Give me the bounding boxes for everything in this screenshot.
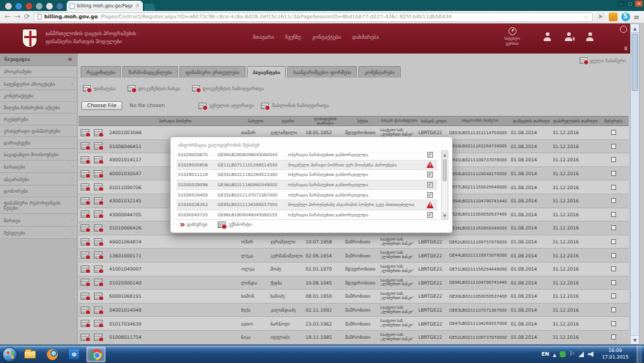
sidebar-item[interactable]: პროგრამები	[0, 66, 77, 78]
suspend-checkbox[interactable]	[611, 266, 616, 271]
extension-skype-icon[interactable]: S	[621, 12, 630, 21]
excel-upload-button[interactable]: ექსელის ატვირთვა	[199, 103, 253, 109]
edit-record-icon[interactable]	[94, 129, 103, 136]
dialog-scroll-thumb[interactable]	[443, 159, 447, 181]
delete-record-icon[interactable]	[81, 156, 89, 164]
delete-record-icon[interactable]	[81, 142, 89, 150]
browser-tab[interactable]: billing.moh.gov.ge/Pages… ×	[67, 1, 143, 11]
session-globe-icon[interactable]	[620, 26, 627, 33]
edit-record-icon[interactable]	[94, 252, 103, 259]
download-document-button[interactable]: დოკუმენტის ჩამოტვირთვა	[192, 85, 264, 92]
view-document-button[interactable]: დოკუმენტის ნახვა	[127, 85, 180, 92]
taskbar-outlook-button[interactable]: o	[64, 347, 84, 362]
edit-record-icon[interactable]	[94, 210, 103, 218]
window-close-button[interactable]: ×	[635, 1, 643, 7]
favicon-4-icon[interactable]	[35, 2, 43, 10]
choose-file-button[interactable]: Choose File	[81, 101, 122, 110]
delete-record-icon[interactable]	[81, 170, 89, 177]
delete-record-icon[interactable]	[81, 334, 89, 341]
tab-close-icon[interactable]: ×	[135, 3, 140, 9]
sidebar-item[interactable]: ფინანსური რეპორტინგის წესები	[0, 197, 77, 214]
delete-record-icon[interactable]	[81, 320, 89, 327]
favicon-3-icon[interactable]	[25, 2, 33, 10]
suspend-checkbox[interactable]	[611, 157, 616, 162]
network-icon[interactable]	[578, 351, 584, 357]
edit-record-icon[interactable]	[94, 238, 103, 246]
edit-record-icon[interactable]	[94, 307, 103, 314]
tab-4[interactable]: პაციენტები	[247, 66, 286, 78]
favicon-6-icon[interactable]	[56, 2, 64, 10]
taskbar-explorer-button[interactable]	[21, 347, 40, 362]
dialog-export-button[interactable]: ექსპორტი	[218, 221, 252, 228]
users-icon[interactable]	[585, 32, 594, 41]
delete-record-icon[interactable]	[81, 129, 89, 136]
forward-icon[interactable]: →	[14, 13, 20, 21]
edit-record-icon[interactable]	[94, 320, 103, 327]
delete-record-icon[interactable]	[81, 293, 89, 300]
extension-arrow-icon[interactable]: ➤	[596, 12, 605, 21]
extension-orange-icon[interactable]	[609, 12, 618, 21]
edit-record-icon[interactable]	[94, 142, 103, 150]
edit-record-icon[interactable]	[94, 279, 103, 286]
sidebar-item[interactable]: დონორები	[0, 186, 77, 197]
tab-3[interactable]: ფინანსური ერთეულები	[179, 66, 245, 78]
new-tab-button[interactable]	[144, 4, 155, 11]
sidebar-item[interactable]: დარიცხვები	[0, 137, 77, 149]
tab-1[interactable]: რეკვიზიტები	[81, 66, 121, 78]
window-maximize-button[interactable]: □	[626, 1, 634, 7]
suspend-checkbox[interactable]	[611, 171, 616, 176]
suspend-checkbox[interactable]	[611, 253, 616, 258]
action-center-flag-icon[interactable]: ⚐	[569, 351, 574, 357]
user-document-icon[interactable]	[564, 32, 573, 41]
edit-record-icon[interactable]	[94, 224, 103, 232]
sidebar-item[interactable]: სატენდერო პროცესები›	[0, 78, 77, 90]
favicon-5-icon[interactable]	[45, 2, 53, 10]
sidebar-item[interactable]: მართვა›	[0, 214, 77, 227]
sidebar-item[interactable]: მიღება-ჩაბარების აქტები	[0, 102, 77, 114]
suspend-checkbox[interactable]	[611, 185, 616, 190]
delete-record-icon[interactable]	[81, 183, 89, 191]
tab-2[interactable]: წარმომადგენლები	[122, 66, 178, 78]
header-nav-item[interactable]: მთავარი	[253, 34, 274, 40]
dialog-close-button[interactable]: » დახურვა	[179, 221, 207, 228]
favicon-2-icon[interactable]	[15, 2, 23, 10]
suspend-checkbox[interactable]	[611, 212, 616, 217]
suspend-checkbox[interactable]	[611, 334, 616, 340]
delete-record-icon[interactable]	[81, 279, 89, 286]
clock[interactable]: 16:09 17.01.2015	[597, 348, 633, 360]
edit-record-icon[interactable]	[94, 183, 103, 191]
suspend-checkbox[interactable]	[611, 144, 616, 149]
suspend-checkbox[interactable]	[611, 239, 616, 244]
tab-5[interactable]: საანგარიშგებო ფორმები	[287, 66, 357, 78]
sidebar-item[interactable]: ერთჯერადი დახმარებები	[0, 125, 77, 137]
browser-menu-icon[interactable]: ≡	[634, 13, 640, 21]
tab-6[interactable]: კომენტარები	[358, 66, 400, 78]
suspend-checkbox[interactable]	[611, 198, 616, 203]
taskbar-firefox-button[interactable]	[42, 347, 62, 362]
delete-record-icon[interactable]	[81, 210, 89, 218]
suspend-checkbox[interactable]	[611, 321, 616, 326]
delete-record-icon[interactable]	[81, 238, 89, 246]
language-indicator[interactable]: EN	[541, 351, 549, 357]
start-button[interactable]	[2, 347, 18, 362]
add-record-button[interactable]: დამატება	[83, 85, 116, 92]
header-nav-item[interactable]: დახმარება	[352, 34, 379, 40]
suspend-checkbox[interactable]	[611, 225, 616, 230]
edit-record-icon[interactable]	[94, 265, 103, 273]
dialog-scroll-up-icon[interactable]: ▲	[442, 151, 448, 158]
all-records-button[interactable]: ყველა ჩანაწერი	[580, 57, 626, 64]
edit-record-icon[interactable]	[94, 334, 103, 341]
edit-record-icon[interactable]	[94, 197, 103, 205]
suspend-checkbox[interactable]	[611, 280, 616, 285]
dialog-scrollbar[interactable]: ▲ ▼	[441, 150, 448, 220]
taskbar-chrome-button[interactable]	[86, 347, 106, 362]
scrollbar-thumb[interactable]	[632, 34, 638, 91]
delete-record-icon[interactable]	[81, 252, 89, 259]
edit-record-icon[interactable]	[94, 170, 103, 177]
delete-record-icon[interactable]	[81, 265, 89, 273]
sidebar-collapse-icon[interactable]: «	[68, 56, 73, 63]
sidebar-item[interactable]: კონტრაქტები	[0, 90, 77, 102]
sidebar-item[interactable]: ბარათები›	[0, 161, 77, 173]
header-nav-item[interactable]: ჩვენზე	[285, 34, 301, 40]
edit-record-icon[interactable]	[94, 293, 103, 300]
